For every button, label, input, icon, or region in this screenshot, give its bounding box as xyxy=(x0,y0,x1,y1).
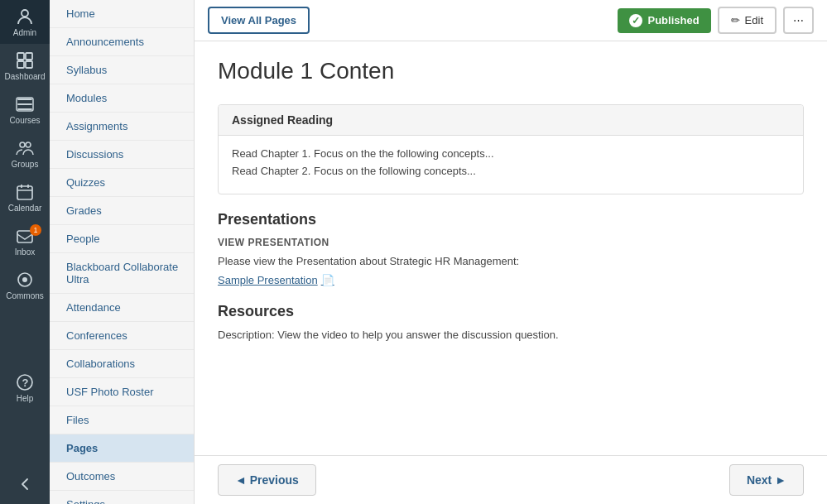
presentation-description: Please view the Presentation about Strat… xyxy=(218,255,804,267)
svg-rect-4 xyxy=(26,61,32,68)
assigned-reading-section: Assigned Reading Read Chapter 1. Focus o… xyxy=(218,104,804,194)
presentations-title: Presentations xyxy=(218,211,804,228)
nav-groups[interactable]: Groups xyxy=(0,132,50,175)
edit-button[interactable]: ✏ Edit xyxy=(718,7,777,34)
view-all-pages-button[interactable]: View All Pages xyxy=(208,7,310,34)
admin-icon xyxy=(15,7,35,26)
sidebar-item-people[interactable]: People xyxy=(50,225,194,253)
svg-rect-3 xyxy=(17,61,24,68)
check-circle-icon: ✓ xyxy=(629,14,642,27)
file-icon: 📄 xyxy=(321,274,334,286)
sidebar-item-assignments[interactable]: Assignments xyxy=(50,113,194,141)
svg-rect-8 xyxy=(17,186,32,199)
resources-title: Resources xyxy=(218,303,804,320)
published-label: Published xyxy=(647,14,699,26)
sidebar-item-announcements[interactable]: Announcements xyxy=(50,28,194,56)
sidebar-item-collaborations[interactable]: Collaborations xyxy=(50,350,194,378)
sidebar-item-conferences[interactable]: Conferences xyxy=(50,322,194,350)
presentations-section: Presentations VIEW PRESENTATION Please v… xyxy=(218,211,804,286)
svg-point-7 xyxy=(26,142,31,147)
nav-help-label: Help xyxy=(17,394,34,403)
nav-courses[interactable]: Courses xyxy=(0,88,50,132)
nav-inbox-label: Inbox xyxy=(15,247,35,257)
nav-collapse[interactable] xyxy=(0,468,50,504)
sidebar-item-outcomes[interactable]: Outcomes xyxy=(50,463,194,491)
more-button[interactable]: ⋯ xyxy=(783,7,814,34)
pencil-icon: ✏ xyxy=(731,14,740,26)
sample-presentation-link[interactable]: Sample Presentation 📄 xyxy=(218,274,804,286)
courses-icon xyxy=(15,94,35,114)
sidebar-item-quizzes[interactable]: Quizzes xyxy=(50,169,194,197)
main-content: View All Pages ✓ Published ✏ Edit ⋯ Modu… xyxy=(195,0,827,504)
next-button[interactable]: Next ► xyxy=(729,464,804,496)
nav-courses-label: Courses xyxy=(9,116,40,125)
svg-point-0 xyxy=(22,10,28,17)
help-icon: ? xyxy=(15,372,35,392)
nav-admin[interactable]: Admin xyxy=(0,0,50,44)
sidebar-item-attendance[interactable]: Attendance xyxy=(50,294,194,322)
sidebar-item-discussions[interactable]: Discussions xyxy=(50,141,194,169)
nav-help[interactable]: ? Help xyxy=(0,366,50,410)
nav-inbox[interactable]: 1 Inbox xyxy=(0,219,50,263)
svg-rect-1 xyxy=(17,53,24,60)
inbox-badge: 1 xyxy=(30,224,41,236)
dashboard-icon xyxy=(15,50,35,70)
page-title: Module 1 Conten xyxy=(218,58,804,84)
nav-dashboard-label: Dashboard xyxy=(5,72,46,81)
svg-text:?: ? xyxy=(22,377,29,389)
content-area: Module 1 Conten Assigned Reading Read Ch… xyxy=(195,41,827,455)
svg-point-14 xyxy=(22,277,27,282)
commons-icon xyxy=(15,270,35,290)
nav-calendar[interactable]: Calendar xyxy=(0,175,50,219)
sidebar-item-blackboard[interactable]: Blackboard Collaborate Ultra xyxy=(50,253,194,294)
sidebar-item-grades[interactable]: Grades xyxy=(50,197,194,225)
sidebar-item-syllabus[interactable]: Syllabus xyxy=(50,56,194,84)
presentation-link-text: Sample Presentation xyxy=(218,274,318,286)
icon-navigation: Admin Dashboard Courses xyxy=(0,0,50,504)
published-button[interactable]: ✓ Published xyxy=(618,8,710,33)
nav-calendar-label: Calendar xyxy=(8,204,42,213)
side-menu: Home Announcements Syllabus Modules Assi… xyxy=(50,0,195,504)
edit-label: Edit xyxy=(745,14,763,26)
reading-line-2: Read Chapter 2. Focus on the following c… xyxy=(232,165,790,177)
assigned-reading-body: Read Chapter 1. Focus on the the followi… xyxy=(219,136,803,194)
sidebar-item-home[interactable]: Home xyxy=(50,0,194,28)
calendar-icon xyxy=(15,182,35,202)
sidebar-item-files[interactable]: Files xyxy=(50,406,194,434)
reading-line-1: Read Chapter 1. Focus on the the followi… xyxy=(232,147,790,160)
top-bar: View All Pages ✓ Published ✏ Edit ⋯ xyxy=(195,0,827,41)
previous-button[interactable]: ◄ Previous xyxy=(218,464,316,496)
groups-icon xyxy=(15,138,35,158)
sidebar-item-modules[interactable]: Modules xyxy=(50,84,194,113)
top-bar-left: View All Pages xyxy=(208,7,310,34)
resources-section: Resources Description: View the video to… xyxy=(218,303,804,341)
svg-rect-2 xyxy=(26,53,32,60)
collapse-icon xyxy=(15,474,35,494)
assigned-reading-header: Assigned Reading xyxy=(219,105,803,136)
svg-point-6 xyxy=(20,142,25,147)
sidebar-item-pages[interactable]: Pages xyxy=(50,434,194,463)
nav-commons-label: Commons xyxy=(6,291,44,300)
nav-groups-label: Groups xyxy=(12,160,39,169)
sidebar-item-settings[interactable]: Settings xyxy=(50,491,194,504)
sidebar-item-usf-photo-roster[interactable]: USF Photo Roster xyxy=(50,378,194,406)
bottom-nav: ◄ Previous Next ► xyxy=(195,455,827,504)
nav-dashboard[interactable]: Dashboard xyxy=(0,44,50,88)
top-bar-right: ✓ Published ✏ Edit ⋯ xyxy=(618,7,814,34)
view-presentation-label: VIEW PRESENTATION xyxy=(218,237,804,248)
nav-admin-label: Admin xyxy=(13,28,36,37)
resources-description: Description: View the video to help you … xyxy=(218,329,804,341)
nav-commons[interactable]: Commons xyxy=(0,263,50,307)
